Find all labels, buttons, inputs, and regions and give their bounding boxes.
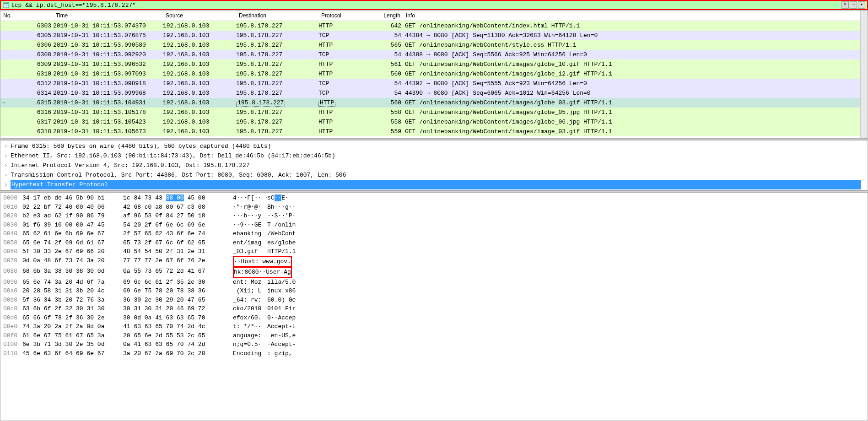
cell-protocol: HTTP	[318, 108, 378, 117]
hex-row[interactable]: 00f061 6e 67 75 61 67 65 3a 20 65 6e 2d …	[0, 331, 868, 340]
hex-row[interactable]: 00a020 28 58 31 31 3b 20 4c 69 6e 75 78 …	[0, 286, 868, 296]
cell-source: 192.168.0.103	[163, 59, 236, 69]
cell-destination: 195.8.178.227	[236, 50, 318, 59]
hex-row[interactable]: 003001 f6 39 10 00 00 47 45 54 20 2f 6f …	[0, 221, 868, 230]
filter-bookmark-icon[interactable]	[3, 2, 9, 8]
cell-no: 6308	[0, 50, 53, 59]
expand-icon[interactable]: ›	[4, 141, 11, 151]
packet-list-pane: No. Time Source Destination Protocol Len…	[0, 10, 868, 138]
cell-no: 6317	[0, 117, 53, 127]
filter-dropdown-button[interactable]: ▾	[858, 1, 865, 9]
display-filter-bar[interactable]: tcp && ip.dst_host=="195.8.178.227" × → …	[0, 0, 868, 10]
cell-info: GET /onlinebanking/WebContent/style.css …	[403, 40, 860, 50]
detail-tree-item[interactable]: ›Transmission Control Protocol, Src Port…	[4, 170, 864, 180]
hex-offset: 0020	[0, 211, 22, 221]
hex-row[interactable]: 001002 22 bf 72 40 00 40 06 42 68 c0 a8 …	[0, 203, 868, 212]
cell-no: 6316	[0, 108, 53, 117]
expand-icon[interactable]: ›	[4, 161, 11, 170]
column-header-info[interactable]: Info	[403, 11, 860, 20]
cell-destination: 195.8.178.227	[236, 108, 318, 117]
cell-destination: 195.8.178.227	[236, 59, 318, 69]
cell-length: 561	[378, 59, 403, 69]
packet-row[interactable]: 63172019-10-31 10:11:53.105423192.168.0.…	[0, 117, 860, 127]
detail-tree-item[interactable]: ›Hypertext Transfer Protocol	[4, 180, 864, 189]
cell-length: 54	[378, 88, 403, 98]
cell-source: 192.168.0.103	[163, 88, 236, 98]
packet-list-scrollbar[interactable]	[860, 11, 868, 138]
cell-time: 2019-10-31 10:11:53.105178	[53, 108, 163, 117]
hex-row[interactable]: 00605f 30 33 2e 67 69 66 20 48 54 54 50 …	[0, 247, 868, 256]
detail-tree-item[interactable]: ›Ethernet II, Src: 192.168.0.103 (90:b1:…	[4, 151, 864, 161]
packet-row[interactable]: 63122019-10-31 10:11:53.098918192.168.0.…	[0, 79, 860, 88]
cell-time: 2019-10-31 10:11:53.074370	[53, 21, 163, 31]
packet-row[interactable]: 63032019-10-31 10:11:53.074370192.168.0.…	[0, 21, 860, 31]
cell-protocol: HTTP	[318, 59, 378, 69]
cell-time: 2019-10-31 10:11:53.096532	[53, 59, 163, 69]
column-header-protocol[interactable]: Protocol	[318, 11, 378, 20]
hex-row[interactable]: 01006e 3b 71 3d 30 2e 35 0d 0a 41 63 63 …	[0, 340, 868, 349]
hex-row[interactable]: 004065 62 61 6e 6b 69 6e 67 2f 57 65 62 …	[0, 229, 868, 238]
display-filter-input[interactable]: tcp && ip.dst_host=="195.8.178.227"	[11, 2, 841, 9]
hex-row[interactable]: 009065 6e 74 3a 20 4d 6f 7a 69 6c 6c 61 …	[0, 278, 868, 287]
packet-row[interactable]: 63082019-10-31 10:11:53.092920192.168.0.…	[0, 50, 860, 59]
hex-row[interactable]: 005065 6e 74 2f 69 6d 61 67 65 73 2f 67 …	[0, 238, 868, 248]
packet-row[interactable]: 63092019-10-31 10:11:53.096532192.168.0.…	[0, 59, 860, 69]
hex-row[interactable]: 00c063 6b 6f 2f 32 30 31 30 30 31 30 31 …	[0, 304, 868, 313]
cell-no: 6309	[0, 59, 53, 69]
packet-list-header[interactable]: No. Time Source Destination Protocol Len…	[0, 11, 860, 21]
cell-protocol: TCP	[318, 88, 378, 98]
packet-list-body[interactable]: 63032019-10-31 10:11:53.074370192.168.0.…	[0, 21, 860, 136]
expand-icon[interactable]: ›	[4, 151, 11, 161]
packet-row[interactable]: 63162019-10-31 10:11:53.105178192.168.0.…	[0, 108, 860, 117]
filter-apply-button[interactable]: →	[850, 1, 857, 9]
hex-row[interactable]: 00d065 66 6f 78 2f 36 30 2e 30 0d 0a 41 …	[0, 313, 868, 323]
cell-length: 558	[378, 108, 403, 117]
expand-icon[interactable]: ›	[4, 170, 11, 180]
hex-row[interactable]: 00700d 0a 48 6f 73 74 3a 20 77 77 77 2e …	[0, 256, 868, 267]
packet-row[interactable]: 63062019-10-31 10:11:53.090580192.168.0.…	[0, 40, 860, 50]
cell-time: 2019-10-31 10:11:53.104931	[53, 98, 163, 108]
cell-length: 560	[378, 69, 403, 79]
cell-source: 192.168.0.103	[163, 21, 236, 31]
packet-row[interactable]: 63102019-10-31 10:11:53.097093192.168.0.…	[0, 69, 860, 79]
column-header-no[interactable]: No.	[0, 11, 53, 20]
cell-destination: 195.8.178.227	[236, 40, 318, 50]
packet-row[interactable]: 63182019-10-31 10:11:53.105673192.168.0.…	[0, 127, 860, 136]
hex-row[interactable]: 008068 6b 3a 38 30 38 30 0d 0a 55 73 65 …	[0, 267, 868, 278]
packet-bytes-pane[interactable]: 000034 17 eb de 46 5b 90 b1 1c 84 73 43 …	[0, 192, 868, 421]
hex-row[interactable]: 00e074 3a 20 2a 2f 2a 0d 0a 41 63 63 65 …	[0, 322, 868, 331]
hex-offset: 0030	[0, 221, 22, 230]
hex-row[interactable]: 0020b2 e3 ad 62 1f 90 86 79 af 96 53 0f …	[0, 211, 868, 221]
column-header-source[interactable]: Source	[163, 11, 236, 20]
cell-time: 2019-10-31 10:11:53.076875	[53, 31, 163, 40]
column-header-length[interactable]: Length	[378, 11, 403, 20]
expand-icon[interactable]: ›	[4, 180, 11, 189]
detail-tree-item[interactable]: ›Frame 6315: 560 bytes on wire (4480 bit…	[4, 141, 864, 151]
hex-offset: 0060	[0, 247, 22, 256]
hex-row[interactable]: 000034 17 eb de 46 5b 90 b1 1c 84 73 43 …	[0, 194, 868, 203]
cell-protocol: TCP	[318, 79, 378, 88]
cell-length: 558	[378, 117, 403, 127]
packet-row[interactable]: 63142019-10-31 10:11:53.099968192.168.0.…	[0, 88, 860, 98]
cell-info: GET /onlinebanking/WebContent/index.html…	[403, 21, 860, 31]
cell-destination: 195.8.178.227	[236, 127, 318, 136]
cell-no: 6303	[0, 21, 53, 31]
hex-highlight-host: ··Host: www.gov.	[233, 256, 292, 267]
current-packet-arrow-icon: →	[1, 98, 5, 108]
column-header-time[interactable]: Time	[53, 11, 163, 20]
svg-rect-1	[4, 3, 8, 4]
detail-tree-item[interactable]: ›Internet Protocol Version 4, Src: 192.1…	[4, 161, 864, 170]
cell-info: 44388 → 8080 [ACK] Seq=5566 Ack=925 Win=…	[403, 50, 860, 59]
hex-offset: 00b0	[0, 296, 22, 305]
packet-details-pane[interactable]: ›Frame 6315: 560 bytes on wire (4480 bit…	[0, 140, 868, 190]
filter-clear-button[interactable]: ×	[841, 1, 849, 9]
cell-time: 2019-10-31 10:11:53.105673	[53, 127, 163, 136]
cell-length: 559	[378, 127, 403, 136]
hex-highlight-host: hk:8080··User-Ag	[233, 267, 292, 278]
hex-row[interactable]: 00b05f 36 34 3b 20 72 76 3a 36 30 2e 30 …	[0, 296, 868, 305]
column-header-destination[interactable]: Destination	[236, 11, 318, 20]
hex-row[interactable]: 011045 6e 63 6f 64 69 6e 67 3a 20 67 7a …	[0, 349, 868, 358]
packet-row[interactable]: →63152019-10-31 10:11:53.104931192.168.0…	[0, 98, 860, 108]
packet-row[interactable]: 63052019-10-31 10:11:53.076875192.168.0.…	[0, 31, 860, 40]
cell-time: 2019-10-31 10:11:53.099968	[53, 88, 163, 98]
